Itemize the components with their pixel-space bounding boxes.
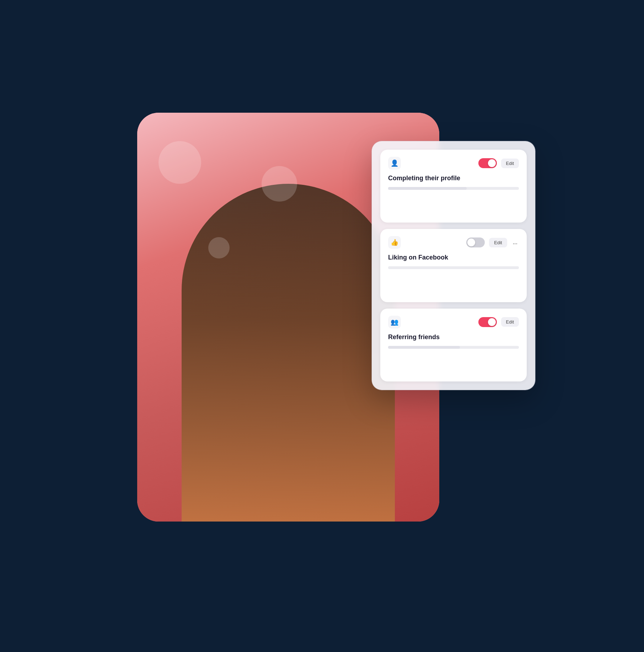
- referring-friends-bar: [388, 346, 519, 349]
- panel-card: 👤 Edit Completing their profile 👍: [372, 141, 535, 390]
- completing-profile-bar-fill: [388, 187, 467, 190]
- bokeh-circle-1: [159, 141, 201, 184]
- toggle-knob-2: [467, 239, 475, 246]
- completing-profile-bar: [388, 187, 519, 190]
- toggle-completing-profile[interactable]: [478, 158, 497, 168]
- toggle-knob-3: [488, 318, 496, 326]
- edit-button-completing-profile[interactable]: Edit: [501, 159, 519, 168]
- bokeh-circle-4: [262, 166, 297, 202]
- liking-facebook-title: Liking on Facebook: [388, 254, 519, 261]
- toggle-knob-1: [488, 159, 496, 167]
- toggle-referring-friends[interactable]: [478, 317, 497, 327]
- liking-facebook-bar: [388, 266, 519, 269]
- edit-button-liking-facebook[interactable]: Edit: [489, 238, 507, 247]
- thumbs-up-icon: 👍: [391, 239, 398, 246]
- edit-button-referring-friends[interactable]: Edit: [501, 317, 519, 327]
- action-card-completing-profile: 👤 Edit Completing their profile: [380, 150, 527, 223]
- people-icon: 👥: [391, 318, 398, 326]
- people-icon-wrap: 👥: [388, 316, 401, 328]
- completing-profile-title: Completing their profile: [388, 175, 519, 182]
- more-button-liking-facebook[interactable]: ...: [511, 239, 519, 246]
- toggle-liking-facebook[interactable]: [466, 237, 485, 247]
- person-icon: 👤: [391, 159, 398, 167]
- action-card-liking-facebook: 👍 Edit ... Liking on Facebook: [380, 229, 527, 302]
- referring-friends-title: Referring friends: [388, 333, 519, 341]
- scene: 👤 Edit Completing their profile 👍: [109, 77, 535, 575]
- person-icon-wrap: 👤: [388, 157, 401, 170]
- referring-friends-bar-fill: [388, 346, 460, 349]
- action-card-referring-friends: 👥 Edit Referring friends: [380, 309, 527, 381]
- action-card-header-2: 👍 Edit ...: [388, 236, 519, 249]
- action-card-header-1: 👤 Edit: [388, 157, 519, 170]
- bokeh-circle-3: [208, 237, 230, 258]
- action-card-header-3: 👥 Edit: [388, 316, 519, 328]
- thumbs-up-icon-wrap: 👍: [388, 236, 401, 249]
